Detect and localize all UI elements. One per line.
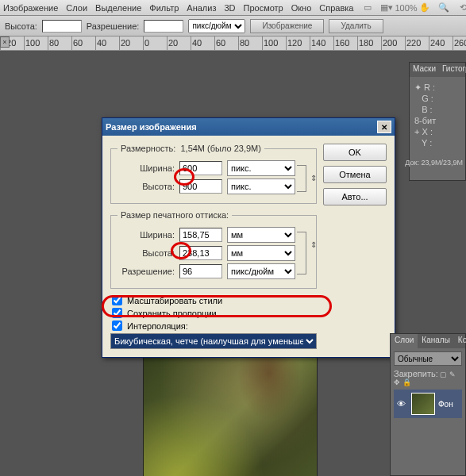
layers-panel: Слои Каналы Контур Обычные Закрепить: ▢ … — [390, 333, 466, 476]
print-size-group: Размер печатного оттиска: Ширина: мм Выс… — [110, 210, 317, 289]
opt-delete-button[interactable]: Удалить — [329, 19, 383, 33]
link-icon — [297, 232, 306, 274]
print-height-unit[interactable]: мм — [227, 245, 295, 261]
scale-styles-checkbox[interactable] — [112, 295, 122, 305]
menu-filter[interactable]: Фильтр — [149, 3, 179, 13]
constrain-label: Сохранить пропорции — [127, 309, 217, 318]
opt-height-label: Высота: — [5, 21, 37, 31]
tab-masks[interactable]: Маски — [410, 63, 439, 77]
print-width-label: Ширина: — [117, 230, 175, 240]
options-bar: Высота: Разрешение: пикс/дюйм Изображени… — [0, 16, 466, 36]
menu-view[interactable]: Просмотр — [244, 3, 283, 13]
pixel-height-label: Высота: — [117, 182, 175, 191]
auto-button[interactable]: Авто... — [323, 188, 387, 205]
tab-paths[interactable]: Контур — [454, 334, 466, 348]
close-icon[interactable]: ✕ — [377, 121, 391, 133]
scale-styles-label: Масштабировать стили — [127, 296, 222, 305]
pixel-dimensions-group: Размерность: 1,54M (было 23,9M) Ширина: … — [110, 144, 317, 204]
zoom-display: 100% — [399, 2, 412, 14]
opt-image-button[interactable]: Изображение — [250, 19, 324, 33]
dialog-titlebar[interactable]: Размер изображения ✕ — [102, 118, 395, 136]
pixel-height-unit[interactable]: пикс. — [227, 178, 295, 194]
tab-histogram[interactable]: Гистогра — [439, 63, 466, 77]
document-tab-close[interactable]: × — [0, 36, 10, 48]
visibility-icon[interactable]: 👁 — [394, 399, 408, 409]
menu-help[interactable]: Справка — [319, 3, 353, 13]
print-height-input[interactable] — [179, 246, 222, 260]
pixel-width-input[interactable] — [179, 161, 222, 175]
main-menu: Изображение Слои Выделение Фильтр Анализ… — [0, 0, 466, 16]
opt-height-input[interactable] — [42, 20, 82, 33]
resolution-unit[interactable]: пикс/дюйм — [227, 263, 295, 279]
menu-image[interactable]: Изображение — [3, 3, 58, 13]
hand-icon[interactable]: ✋ — [418, 2, 431, 14]
menu-window[interactable]: Окно — [291, 3, 312, 13]
zoom-icon[interactable]: 🔍 — [437, 2, 450, 14]
horizontal-ruler: 1201008060402002040608010012014016018020… — [0, 36, 466, 51]
print-width-unit[interactable]: мм — [227, 227, 295, 243]
layer-thumbnail[interactable] — [411, 393, 435, 415]
resample-checkbox[interactable] — [112, 321, 122, 331]
menu-select[interactable]: Выделение — [95, 3, 141, 13]
tab-layers[interactable]: Слои — [391, 334, 418, 348]
doc-icon[interactable]: ▭ — [361, 2, 374, 14]
interpolation-select[interactable]: Бикубическая, четче (наилучшая для умень… — [110, 333, 317, 349]
cancel-button[interactable]: Отмена — [323, 166, 387, 183]
menu-analysis[interactable]: Анализ — [187, 3, 216, 13]
image-size-dialog: Размер изображения ✕ Размерность: 1,54M … — [102, 117, 395, 358]
opt-res-label: Разрешение: — [87, 21, 140, 31]
resample-label: Интерполяция: — [127, 321, 188, 331]
opt-res-input[interactable] — [144, 20, 183, 33]
pixel-height-input[interactable] — [179, 179, 222, 194]
layer-name: Фон — [438, 400, 453, 409]
resolution-label: Разрешение: — [117, 267, 175, 276]
pixel-width-unit[interactable]: пикс. — [227, 160, 295, 176]
print-width-input[interactable] — [179, 228, 222, 242]
pixel-width-label: Ширина: — [117, 163, 175, 173]
blend-mode-select[interactable]: Обычные — [394, 351, 462, 366]
ok-button[interactable]: OK — [323, 144, 387, 161]
print-height-label: Высота: — [117, 248, 175, 258]
tab-channels[interactable]: Каналы — [418, 334, 454, 348]
dialog-title: Размер изображения — [106, 122, 197, 132]
menu-3d[interactable]: 3D — [224, 3, 235, 13]
link-icon — [297, 165, 306, 192]
doc-size-display: Док: 23,9M/23,9M — [405, 159, 463, 167]
layer-row[interactable]: 👁 Фон — [394, 390, 462, 418]
constrain-checkbox[interactable] — [112, 308, 122, 318]
opt-units-select[interactable]: пикс/дюйм — [188, 19, 245, 33]
arrange-icon[interactable]: ▦▾ — [380, 2, 393, 14]
rotate-icon[interactable]: ⟲ — [456, 2, 466, 14]
menu-layers[interactable]: Слои — [66, 3, 87, 13]
resolution-input[interactable] — [179, 264, 222, 278]
